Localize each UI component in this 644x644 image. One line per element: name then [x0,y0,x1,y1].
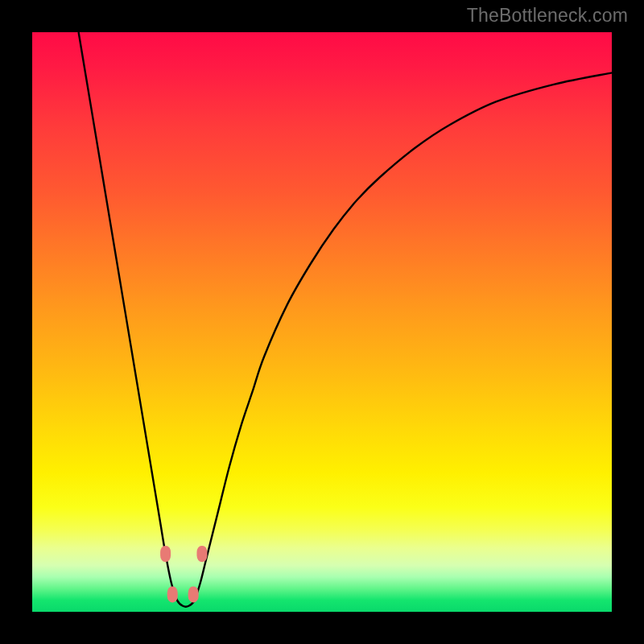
chart-frame: TheBottleneck.com [0,0,644,644]
curve-marker [167,586,178,602]
watermark-text: TheBottleneck.com [467,5,628,27]
bottleneck-curve [32,32,612,612]
curve-path [79,32,612,607]
curve-marker [196,546,207,562]
curve-marker [188,586,199,602]
curve-marker [160,546,171,562]
plot-area [32,32,612,612]
